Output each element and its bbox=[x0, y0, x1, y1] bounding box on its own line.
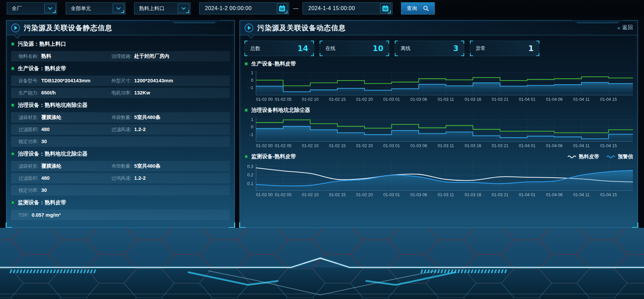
stat-box-在线: 在线10 bbox=[320, 41, 389, 56]
legend-item[interactable]: 预警信 bbox=[606, 154, 633, 160]
svg-text:1: 1 bbox=[251, 117, 253, 122]
svg-text:01-04 11: 01-04 11 bbox=[573, 193, 590, 197]
range-separator: — bbox=[293, 5, 299, 11]
green-square-icon bbox=[11, 201, 14, 204]
chart-plot[interactable]: 0.30.20.101-02 0001-02 0501-02 1001-02 1… bbox=[245, 162, 633, 199]
footer-decoration bbox=[0, 228, 644, 299]
play-circle-icon bbox=[245, 24, 253, 32]
legend-item[interactable]: 熟料皮带 bbox=[568, 154, 599, 160]
detail-value: 480 bbox=[41, 175, 50, 181]
svg-text:01-03 21: 01-03 21 bbox=[492, 193, 508, 197]
detail-value: 覆膜涤纶 bbox=[41, 163, 61, 169]
chart-title: 监测设备-熟料皮带 bbox=[251, 153, 296, 160]
svg-text:01-02 20: 01-02 20 bbox=[356, 193, 373, 197]
chevron-down-icon[interactable] bbox=[113, 4, 124, 13]
svg-text:01-02 10: 01-02 10 bbox=[302, 97, 319, 102]
detail-row: 生产能力:650t/h电机功率:132Kw bbox=[11, 88, 230, 98]
green-square-icon bbox=[11, 152, 14, 156]
static-info-title: 污染源及关联设备静态信息 bbox=[24, 23, 112, 33]
detail-label: 过鸿风速: bbox=[111, 175, 131, 181]
back-button[interactable]: « 返回 bbox=[618, 24, 633, 31]
svg-text:01-03 06: 01-03 06 bbox=[410, 97, 427, 102]
factory-select[interactable]: 全厂 bbox=[7, 2, 57, 14]
svg-text:01-02 15: 01-02 15 bbox=[329, 143, 346, 148]
svg-text:-1: -1 bbox=[250, 85, 254, 90]
detail-cell: 额定功率:30 bbox=[18, 187, 137, 194]
start-datetime-input[interactable]: 2024-1-2 00:00:00 bbox=[199, 2, 289, 14]
stat-box-总数: 总数14 bbox=[245, 41, 314, 56]
detail-row: 物料名称:熟料治理措施:处于封闭厂房内 bbox=[11, 51, 230, 61]
chart-title: 治理设备料地坑北除尘器 bbox=[251, 107, 310, 114]
detail-label: 布袋数量: bbox=[111, 115, 131, 121]
section-row: 生产设备：熟料皮带 bbox=[11, 63, 230, 74]
query-button[interactable]: 查询 bbox=[401, 2, 435, 14]
stat-label: 离线 bbox=[400, 45, 411, 52]
detail-row: 额定功率:30 bbox=[11, 185, 230, 196]
svg-text:01-02 05: 01-02 05 bbox=[275, 97, 291, 102]
detail-cell: 治理措施:处于封闭厂房内 bbox=[111, 53, 230, 59]
svg-text:01-04 06: 01-04 06 bbox=[546, 193, 563, 197]
svg-text:01-02 10: 01-02 10 bbox=[302, 143, 319, 148]
section-title: 治理设备：熟料地坑北除尘器 bbox=[18, 151, 88, 158]
svg-text:01-03 06: 01-03 06 bbox=[410, 143, 427, 148]
svg-text:01-02 00: 01-02 00 bbox=[256, 193, 273, 197]
svg-text:01-02 00: 01-02 00 bbox=[256, 97, 273, 102]
calendar-icon[interactable] bbox=[380, 3, 391, 13]
back-button-label: 返回 bbox=[622, 24, 633, 31]
stat-value: 10 bbox=[373, 44, 383, 53]
green-square-icon bbox=[11, 103, 14, 107]
double-chevron-left-icon: « bbox=[618, 25, 620, 31]
end-datetime-value: 2024-1-4 15:00:00 bbox=[308, 5, 355, 11]
charts-area: 生产设备-熟料皮带10-101-02 0001-02 0501-02 1001-… bbox=[240, 58, 638, 199]
static-info-rows: 污染源：熟料上料口物料名称:熟料治理措施:处于封闭厂房内生产设备：熟料皮带设备型… bbox=[6, 35, 234, 223]
static-info-panel: 污染源及关联设备静态信息 污染源：熟料上料口物料名称:熟料治理措施:处于封闭厂房… bbox=[6, 20, 235, 228]
svg-text:01-04 15: 01-04 15 bbox=[600, 193, 617, 197]
detail-row: TSP:0.057 mg/m³ bbox=[11, 210, 230, 220]
chart-plot[interactable]: 10-101-02 0001-02 0501-02 1001-02 1501-0… bbox=[245, 69, 633, 103]
chevron-down-icon[interactable] bbox=[44, 4, 56, 13]
end-datetime-input[interactable]: 2024-1-4 15:00:00 bbox=[303, 2, 392, 14]
svg-text:01-02 00: 01-02 00 bbox=[256, 143, 273, 148]
svg-text:01-04 06: 01-04 06 bbox=[546, 97, 563, 102]
detail-row: 设备型号:TDB1200*204143mm外型尺寸:1200*204143mm bbox=[11, 76, 230, 86]
detail-label: 滤袋材质: bbox=[18, 163, 39, 169]
dynamic-info-header: 污染源及关联设备动态信息 « 返回 bbox=[240, 20, 638, 35]
detail-cell: 生产能力:650t/h bbox=[18, 90, 111, 96]
stat-label: 异常 bbox=[476, 45, 486, 52]
chart-plot[interactable]: 10-101-02 0001-02 0501-02 1001-02 1501-0… bbox=[245, 115, 633, 150]
detail-label: 治理措施: bbox=[111, 53, 131, 59]
detail-label: 额定功率: bbox=[18, 139, 39, 145]
svg-text:0.2: 0.2 bbox=[247, 172, 253, 177]
svg-text:01-03 01: 01-03 01 bbox=[383, 143, 400, 148]
svg-text:1: 1 bbox=[251, 70, 253, 75]
svg-text:01-03 16: 01-03 16 bbox=[465, 143, 481, 148]
detail-label: 设备型号: bbox=[18, 78, 39, 84]
chevron-down-icon[interactable] bbox=[178, 4, 189, 13]
unit-select-value: 全部单元 bbox=[71, 5, 91, 12]
detail-cell: TSP:0.057 mg/m³ bbox=[18, 212, 137, 218]
detail-cell: 过鸿风速:1.2-2 bbox=[111, 175, 230, 181]
detail-value: 1.2-2 bbox=[134, 175, 146, 181]
detail-label: 滤袋材质: bbox=[18, 115, 39, 121]
detail-value: 480 bbox=[41, 126, 50, 132]
detail-row: 过滤面积:480过滤风速:1.2-2 bbox=[11, 124, 230, 135]
detail-label: 物料名称: bbox=[18, 53, 39, 59]
detail-value: 处于封闭厂房内 bbox=[134, 53, 169, 59]
stat-value: 3 bbox=[453, 44, 459, 53]
chart-生产设备-熟料皮带: 生产设备-熟料皮带10-101-02 0001-02 0501-02 1001-… bbox=[245, 59, 633, 103]
svg-text:01-03 16: 01-03 16 bbox=[465, 193, 481, 197]
svg-text:01-02 15: 01-02 15 bbox=[329, 193, 346, 197]
detail-value: TDB1200*204143mm bbox=[41, 78, 91, 83]
detail-cell: 外型尺寸:1200*204143mm bbox=[111, 78, 230, 84]
svg-text:01-02 05: 01-02 05 bbox=[275, 193, 291, 197]
detail-value: 30 bbox=[41, 138, 47, 144]
calendar-icon[interactable] bbox=[277, 3, 287, 13]
detail-value: 30 bbox=[41, 187, 47, 193]
dynamic-info-title: 污染源及关联设备动态信息 bbox=[257, 23, 346, 33]
section-title: 污染源：熟料上料口 bbox=[18, 41, 66, 48]
filter-bar: 全厂 全部单元 熟料上料口 2024-1-2 00:00:00 — 2024-1… bbox=[0, 0, 644, 17]
detail-label: 电机功率: bbox=[111, 90, 131, 96]
unit-select[interactable]: 全部单元 bbox=[66, 2, 125, 14]
pollution-source-select[interactable]: 熟料上料口 bbox=[134, 2, 191, 14]
pollution-source-select-value: 熟料上料口 bbox=[139, 5, 164, 12]
